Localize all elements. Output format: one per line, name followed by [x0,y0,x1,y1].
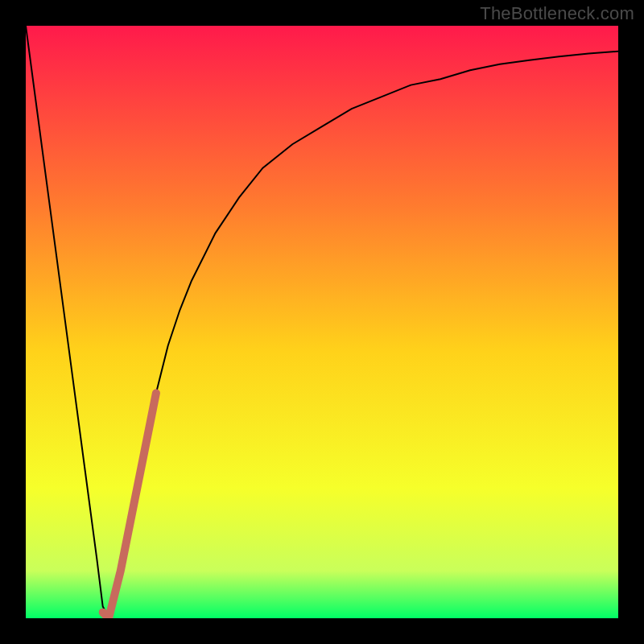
chart-background [26,26,618,618]
bottleneck-chart [26,26,618,618]
plot-area [26,26,618,618]
chart-container: TheBottleneck.com [0,0,644,644]
watermark-text: TheBottleneck.com [480,3,634,24]
